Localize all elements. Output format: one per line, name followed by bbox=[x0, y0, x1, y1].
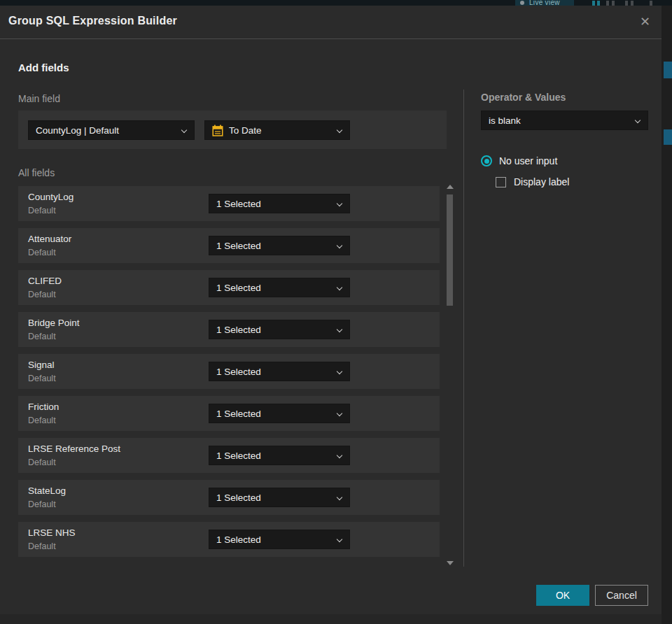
field-name: LRSE NHS bbox=[28, 527, 76, 538]
checkbox-unchecked-icon bbox=[496, 177, 506, 187]
field-values-select-value: 1 Selected bbox=[216, 451, 261, 461]
field-subtitle: Default bbox=[28, 499, 56, 509]
add-fields-heading: Add fields bbox=[18, 62, 69, 73]
background-bottom-strip bbox=[0, 614, 662, 624]
display-label-label: Display label bbox=[514, 176, 569, 187]
chevron-down-icon bbox=[337, 127, 342, 133]
field-subtitle: Default bbox=[28, 416, 56, 425]
field-name: Bridge Point bbox=[28, 318, 80, 328]
main-field-select[interactable]: CountyLog | Default bbox=[28, 120, 195, 140]
field-row-clifed: CLIFED Default 1 Selected bbox=[18, 270, 440, 305]
field-values-select-value: 1 Selected bbox=[216, 241, 261, 251]
field-values-select[interactable]: 1 Selected bbox=[209, 530, 350, 549]
field-subtitle: Default bbox=[28, 541, 56, 551]
chevron-down-icon bbox=[337, 201, 342, 206]
field-name: CountyLog bbox=[28, 192, 74, 202]
field-values-select[interactable]: 1 Selected bbox=[209, 194, 350, 213]
field-values-select-value: 1 Selected bbox=[216, 409, 261, 419]
chevron-down-icon bbox=[337, 537, 342, 542]
scrollbar-up-arrow[interactable] bbox=[447, 185, 454, 189]
field-subtitle: Default bbox=[28, 458, 56, 467]
field-values-select-value: 1 Selected bbox=[216, 367, 261, 377]
field-values-select[interactable]: 1 Selected bbox=[209, 278, 350, 297]
field-name: Friction bbox=[28, 402, 59, 412]
field-name: StateLog bbox=[28, 485, 66, 496]
chevron-down-icon bbox=[337, 243, 342, 248]
field-values-select-value: 1 Selected bbox=[216, 325, 261, 335]
scrollbar-thumb[interactable] bbox=[447, 194, 453, 306]
field-row-lrse-reference-post: LRSE Reference Post Default 1 Selected bbox=[18, 438, 440, 473]
field-name: Signal bbox=[28, 360, 55, 370]
live-view-dot-icon bbox=[520, 1, 524, 5]
no-user-input-label: No user input bbox=[499, 155, 557, 166]
calendar-icon bbox=[211, 125, 224, 137]
field-values-select[interactable]: 1 Selected bbox=[209, 488, 350, 507]
field-row-statelog: StateLog Default 1 Selected bbox=[18, 480, 440, 515]
toolbar-bar-icon bbox=[606, 1, 609, 6]
background-right-strip bbox=[662, 6, 672, 624]
field-row-lrse-nhs: LRSE NHS Default 1 Selected bbox=[18, 522, 440, 557]
field-subtitle: Default bbox=[28, 290, 56, 299]
all-fields-label: All fields bbox=[18, 167, 55, 178]
field-values-select-value: 1 Selected bbox=[216, 492, 261, 503]
chevron-down-icon bbox=[635, 118, 640, 123]
field-subtitle: Default bbox=[28, 206, 56, 215]
cancel-button[interactable]: Cancel bbox=[595, 585, 648, 606]
field-name: LRSE Reference Post bbox=[28, 444, 120, 454]
main-field-select-value: CountyLog | Default bbox=[36, 125, 119, 136]
field-type-select-value: To Date bbox=[229, 125, 262, 136]
field-row-countylog: CountyLog Default 1 Selected bbox=[18, 186, 440, 221]
field-row-bridge-point: Bridge Point Default 1 Selected bbox=[18, 312, 440, 347]
background-panel-fragment bbox=[664, 129, 672, 145]
operator-select[interactable]: is blank bbox=[481, 111, 648, 130]
field-values-select-value: 1 Selected bbox=[216, 199, 261, 209]
field-row-friction: Friction Default 1 Selected bbox=[18, 396, 440, 431]
field-values-select[interactable]: 1 Selected bbox=[209, 404, 350, 423]
group-sql-expression-builder-dialog: Group SQL Expression Builder ✕ Add field… bbox=[0, 6, 662, 614]
toolbar-bar-icon bbox=[597, 1, 600, 6]
chevron-down-icon bbox=[337, 453, 342, 458]
live-view-label: Live view bbox=[529, 0, 560, 6]
close-icon[interactable]: ✕ bbox=[640, 13, 650, 30]
ok-button[interactable]: OK bbox=[536, 585, 589, 606]
field-values-select[interactable]: 1 Selected bbox=[209, 362, 350, 381]
chevron-down-icon bbox=[181, 127, 187, 133]
display-label-checkbox[interactable]: Display label bbox=[496, 176, 569, 187]
field-values-select[interactable]: 1 Selected bbox=[209, 320, 350, 339]
field-values-select-value: 1 Selected bbox=[216, 283, 261, 293]
field-row-attenuator: Attenuator Default 1 Selected bbox=[18, 228, 440, 263]
field-subtitle: Default bbox=[28, 248, 56, 257]
main-field-row: CountyLog | Default To Date bbox=[18, 111, 447, 149]
field-name: Attenuator bbox=[28, 234, 71, 244]
field-values-select[interactable]: 1 Selected bbox=[209, 446, 350, 465]
background-panel-fragment bbox=[664, 62, 672, 78]
field-subtitle: Default bbox=[28, 332, 56, 341]
scrollbar-down-arrow[interactable] bbox=[447, 561, 454, 565]
panel-divider bbox=[463, 90, 464, 567]
toolbar-bar-icon bbox=[650, 1, 652, 6]
dialog-titlebar: Group SQL Expression Builder ✕ bbox=[0, 6, 662, 39]
chevron-down-icon bbox=[337, 285, 342, 290]
toolbar-bar-icon bbox=[625, 1, 628, 6]
background-toolbar-strip: Live view bbox=[0, 0, 672, 6]
main-field-label: Main field bbox=[18, 93, 60, 104]
chevron-down-icon bbox=[337, 495, 342, 500]
operator-values-heading: Operator & Values bbox=[481, 92, 566, 103]
operator-select-value: is blank bbox=[489, 115, 521, 126]
dialog-title: Group SQL Expression Builder bbox=[8, 15, 177, 27]
radio-selected-icon bbox=[481, 155, 492, 166]
toolbar-bar-icon bbox=[612, 1, 615, 6]
chevron-down-icon bbox=[337, 369, 342, 374]
field-subtitle: Default bbox=[28, 374, 56, 383]
field-type-select[interactable]: To Date bbox=[204, 120, 350, 140]
toolbar-bar-icon bbox=[631, 1, 634, 6]
field-row-signal: Signal Default 1 Selected bbox=[18, 354, 440, 389]
chevron-down-icon bbox=[337, 411, 342, 416]
field-values-select[interactable]: 1 Selected bbox=[209, 236, 350, 255]
field-name: CLIFED bbox=[28, 276, 62, 286]
chevron-down-icon bbox=[337, 327, 342, 332]
live-view-button[interactable]: Live view bbox=[515, 0, 574, 6]
field-values-select-value: 1 Selected bbox=[216, 534, 261, 545]
no-user-input-radio[interactable]: No user input bbox=[481, 155, 557, 166]
toolbar-bar-icon bbox=[592, 1, 595, 6]
